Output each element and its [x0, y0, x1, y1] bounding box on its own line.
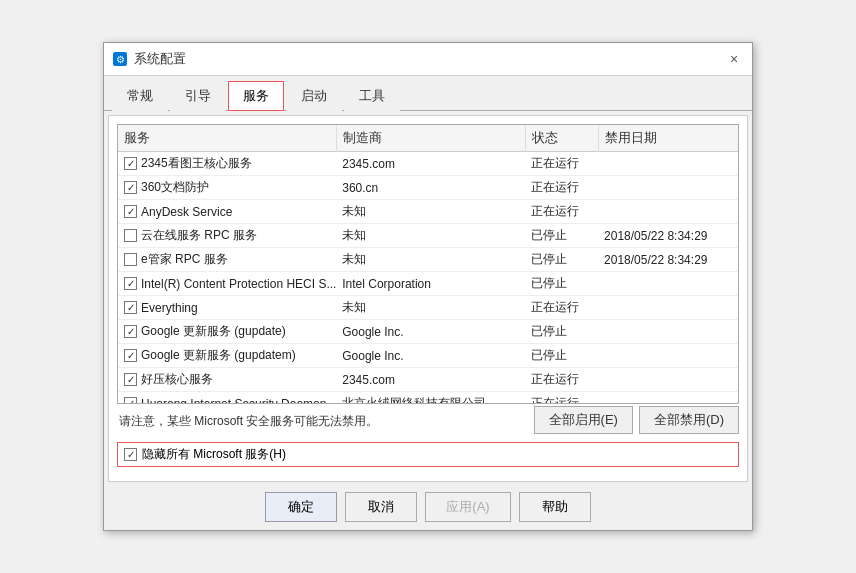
service-maker: 360.cn: [336, 176, 525, 200]
service-disabled-date: [598, 320, 738, 344]
help-button[interactable]: 帮助: [519, 492, 591, 522]
title-bar-left: ⚙ 系统配置: [112, 50, 186, 68]
tab-startup[interactable]: 启动: [286, 81, 342, 111]
service-maker: 未知: [336, 200, 525, 224]
service-status: 正在运行: [525, 368, 598, 392]
cancel-button[interactable]: 取消: [345, 492, 417, 522]
service-name: Google 更新服务 (gupdate): [141, 323, 286, 340]
service-name-cell: 360文档防护: [118, 176, 336, 200]
table-row[interactable]: Google 更新服务 (gupdatem)Google Inc.已停止: [118, 344, 738, 368]
service-checkbox[interactable]: [124, 253, 137, 266]
tab-boot[interactable]: 引导: [170, 81, 226, 111]
service-name: e管家 RPC 服务: [141, 251, 228, 268]
close-button[interactable]: ×: [724, 49, 744, 69]
col-status: 状态: [525, 125, 598, 152]
svg-text:⚙: ⚙: [116, 54, 125, 65]
col-service: 服务: [118, 125, 336, 152]
services-table-scroll[interactable]: 服务 制造商 状态 禁用日期 2345看图王核心服务2345.com正在运行36…: [118, 125, 738, 403]
ok-button[interactable]: 确定: [265, 492, 337, 522]
service-name-cell: Huorong Internet Security Daemon: [118, 392, 336, 404]
service-name-cell: 2345看图王核心服务: [118, 152, 336, 176]
service-maker: Google Inc.: [336, 320, 525, 344]
service-maker: 2345.com: [336, 368, 525, 392]
service-name: 好压核心服务: [141, 371, 213, 388]
table-row[interactable]: 好压核心服务2345.com正在运行: [118, 368, 738, 392]
table-row[interactable]: Everything未知正在运行: [118, 296, 738, 320]
window-title: 系统配置: [134, 50, 186, 68]
service-maker: 未知: [336, 248, 525, 272]
service-status: 正在运行: [525, 176, 598, 200]
tab-services[interactable]: 服务: [228, 81, 284, 111]
footer-note: 请注意，某些 Microsoft 安全服务可能无法禁用。: [117, 407, 380, 434]
service-status: 已停止: [525, 224, 598, 248]
tab-bar: 常规 引导 服务 启动 工具: [104, 76, 752, 111]
title-bar: ⚙ 系统配置 ×: [104, 43, 752, 76]
service-name-cell: 好压核心服务: [118, 368, 336, 392]
service-disabled-date: [598, 176, 738, 200]
service-disabled-date: 2018/05/22 8:34:29: [598, 224, 738, 248]
table-row[interactable]: AnyDesk Service未知正在运行: [118, 200, 738, 224]
service-name: 云在线服务 RPC 服务: [141, 227, 257, 244]
service-name: Huorong Internet Security Daemon: [141, 397, 326, 404]
service-status: 已停止: [525, 344, 598, 368]
service-checkbox[interactable]: [124, 373, 137, 386]
service-disabled-date: [598, 200, 738, 224]
service-checkbox[interactable]: [124, 301, 137, 314]
service-name: Everything: [141, 301, 198, 315]
col-maker: 制造商: [336, 125, 525, 152]
service-status: 已停止: [525, 248, 598, 272]
hide-ms-label[interactable]: 隐藏所有 Microsoft 服务(H): [117, 442, 739, 467]
services-table: 服务 制造商 状态 禁用日期 2345看图王核心服务2345.com正在运行36…: [118, 125, 738, 403]
service-disabled-date: [598, 392, 738, 404]
service-disabled-date: [598, 272, 738, 296]
service-checkbox[interactable]: [124, 181, 137, 194]
col-disabled: 禁用日期: [598, 125, 738, 152]
service-maker: Intel Corporation: [336, 272, 525, 296]
system-config-window: ⚙ 系统配置 × 常规 引导 服务 启动 工具 服务 制造商: [103, 42, 753, 531]
services-table-wrapper: 服务 制造商 状态 禁用日期 2345看图王核心服务2345.com正在运行36…: [117, 124, 739, 404]
app-icon: ⚙: [112, 51, 128, 67]
service-name-cell: e管家 RPC 服务: [118, 248, 336, 272]
service-disabled-date: [598, 152, 738, 176]
enable-all-button[interactable]: 全部启用(E): [534, 406, 633, 434]
table-row[interactable]: Intel(R) Content Protection HECI S...Int…: [118, 272, 738, 296]
service-checkbox[interactable]: [124, 397, 137, 403]
service-name: AnyDesk Service: [141, 205, 232, 219]
service-status: 已停止: [525, 320, 598, 344]
service-name-cell: AnyDesk Service: [118, 200, 336, 224]
bottom-buttons: 确定 取消 应用(A) 帮助: [104, 486, 752, 530]
service-checkbox[interactable]: [124, 325, 137, 338]
table-row[interactable]: 2345看图王核心服务2345.com正在运行: [118, 152, 738, 176]
apply-button[interactable]: 应用(A): [425, 492, 510, 522]
disable-all-button[interactable]: 全部禁用(D): [639, 406, 739, 434]
table-row[interactable]: Google 更新服务 (gupdate)Google Inc.已停止: [118, 320, 738, 344]
service-status: 已停止: [525, 272, 598, 296]
table-row[interactable]: e管家 RPC 服务未知已停止2018/05/22 8:34:29: [118, 248, 738, 272]
service-disabled-date: [598, 344, 738, 368]
service-name: Google 更新服务 (gupdatem): [141, 347, 296, 364]
service-checkbox[interactable]: [124, 229, 137, 242]
service-disabled-date: [598, 368, 738, 392]
service-checkbox[interactable]: [124, 349, 137, 362]
hide-ms-row: 隐藏所有 Microsoft 服务(H): [117, 442, 739, 473]
service-checkbox[interactable]: [124, 277, 137, 290]
action-buttons: 全部启用(E) 全部禁用(D): [534, 406, 739, 434]
tab-general[interactable]: 常规: [112, 81, 168, 111]
hide-ms-checkbox[interactable]: [124, 448, 137, 461]
table-row[interactable]: 360文档防护360.cn正在运行: [118, 176, 738, 200]
service-maker: 未知: [336, 296, 525, 320]
service-status: 正在运行: [525, 296, 598, 320]
service-name-cell: Intel(R) Content Protection HECI S...: [118, 272, 336, 296]
table-row[interactable]: 云在线服务 RPC 服务未知已停止2018/05/22 8:34:29: [118, 224, 738, 248]
service-checkbox[interactable]: [124, 157, 137, 170]
service-maker: 2345.com: [336, 152, 525, 176]
service-name-cell: Google 更新服务 (gupdatem): [118, 344, 336, 368]
service-status: 正在运行: [525, 200, 598, 224]
service-checkbox[interactable]: [124, 205, 137, 218]
service-disabled-date: [598, 296, 738, 320]
service-name: 2345看图王核心服务: [141, 155, 252, 172]
table-row[interactable]: Huorong Internet Security Daemon北京火绒网络科技…: [118, 392, 738, 404]
service-status: 正在运行: [525, 392, 598, 404]
tab-tools[interactable]: 工具: [344, 81, 400, 111]
service-name: 360文档防护: [141, 179, 209, 196]
